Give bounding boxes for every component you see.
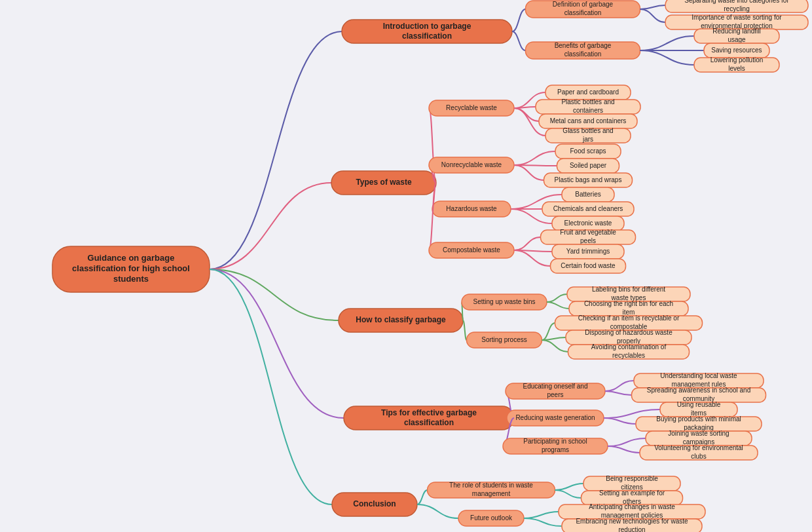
svg-text:Joining waste sorting: Joining waste sorting [668, 430, 729, 437]
svg-text:Introduction to garbage: Introduction to garbage [383, 22, 471, 31]
svg-text:Metal cans and containers: Metal cans and containers [550, 117, 627, 124]
svg-text:Compostable waste: Compostable waste [443, 246, 500, 254]
svg-text:Tips for effective garbage: Tips for effective garbage [381, 408, 477, 417]
svg-text:Reducing landfill: Reducing landfill [712, 28, 760, 35]
svg-text:classification: classification [564, 9, 602, 16]
svg-text:Glass bottles and: Glass bottles and [563, 127, 613, 134]
svg-text:Separating waste into categori: Separating waste into categories for [684, 0, 789, 4]
svg-text:jars: jars [582, 136, 593, 143]
svg-text:usage: usage [728, 36, 746, 43]
svg-text:Reducing waste generation: Reducing waste generation [515, 414, 595, 421]
svg-text:programs: programs [542, 446, 569, 453]
svg-text:students: students [113, 274, 149, 284]
svg-text:Spreading awareness in school : Spreading awareness in school and [647, 387, 750, 394]
svg-text:Embracing new technologies for: Embracing new technologies for waste [576, 518, 688, 525]
svg-text:Nonrecyclable waste: Nonrecyclable waste [441, 161, 502, 168]
svg-text:recycling: recycling [724, 5, 749, 12]
svg-text:Setting up waste bins: Setting up waste bins [473, 298, 535, 305]
svg-text:How to classify garbage: How to classify garbage [356, 315, 446, 324]
svg-text:Plastic bags and wraps: Plastic bags and wraps [555, 176, 622, 183]
svg-text:Lowering pollution: Lowering pollution [710, 56, 764, 64]
svg-text:The role of students in waste: The role of students in waste [449, 482, 533, 489]
svg-text:clubs: clubs [691, 453, 706, 460]
svg-text:Volunteering for environmental: Volunteering for environmental [654, 444, 743, 451]
svg-text:levels: levels [728, 65, 745, 72]
svg-text:management: management [472, 490, 511, 497]
svg-text:Checking if an item is recycla: Checking if an item is recyclable or [578, 314, 680, 322]
svg-text:Fruit and vegetable: Fruit and vegetable [560, 229, 616, 236]
svg-text:peels: peels [580, 237, 596, 244]
svg-text:Using reusable: Using reusable [677, 401, 721, 408]
svg-text:Sorting process: Sorting process [481, 336, 526, 343]
svg-text:Participating in school: Participating in school [523, 438, 587, 445]
svg-text:Anticipating changes in waste: Anticipating changes in waste [589, 503, 675, 510]
svg-text:Plastic bottles and: Plastic bottles and [561, 98, 614, 105]
svg-text:Paper and cardboard: Paper and cardboard [557, 88, 619, 96]
svg-text:Labeling bins for different: Labeling bins for different [592, 286, 665, 293]
svg-text:Educating oneself and: Educating oneself and [523, 383, 588, 390]
svg-text:classification for high school: classification for high school [72, 263, 190, 273]
svg-text:Guidance on garbage: Guidance on garbage [88, 253, 175, 263]
svg-text:Conclusion: Conclusion [353, 499, 396, 508]
svg-text:Food scraps: Food scraps [570, 147, 606, 155]
svg-text:recyclables: recyclables [612, 352, 645, 359]
svg-text:Soiled paper: Soiled paper [570, 162, 607, 169]
svg-text:Yard trimmings: Yard trimmings [566, 248, 610, 255]
svg-text:Importance of waste sorting fo: Importance of waste sorting for [692, 14, 782, 21]
svg-text:Choosing the right bin for eac: Choosing the right bin for each [584, 300, 673, 307]
svg-text:Definition of garbage: Definition of garbage [553, 1, 614, 8]
svg-text:Benefits of garbage: Benefits of garbage [555, 42, 612, 49]
svg-text:Understanding local waste: Understanding local waste [660, 372, 737, 379]
svg-text:Disposing of hazardous waste: Disposing of hazardous waste [585, 329, 673, 336]
svg-text:Chemicals and cleaners: Chemicals and cleaners [553, 205, 623, 212]
svg-text:Certain food waste: Certain food waste [561, 262, 616, 269]
svg-text:Types of waste: Types of waste [356, 178, 411, 187]
svg-text:Future outlook: Future outlook [470, 514, 513, 522]
svg-text:Saving resources: Saving resources [711, 47, 762, 54]
svg-text:reduction: reduction [618, 526, 645, 532]
svg-text:classification: classification [404, 418, 454, 427]
svg-text:Electronic waste: Electronic waste [564, 219, 612, 227]
svg-text:Hazardous waste: Hazardous waste [446, 205, 497, 212]
svg-text:Batteries: Batteries [575, 191, 600, 198]
mindmap: Guidance on garbageclassification for hi… [0, 0, 812, 532]
svg-text:containers: containers [573, 107, 603, 114]
svg-text:Setting an example for: Setting an example for [599, 489, 665, 497]
svg-text:classification: classification [564, 50, 602, 58]
svg-text:Buying products with minimal: Buying products with minimal [656, 415, 741, 423]
svg-text:classification: classification [402, 31, 452, 41]
svg-text:peers: peers [547, 391, 563, 398]
svg-text:Avoiding contamination of: Avoiding contamination of [591, 343, 667, 351]
svg-text:Being responsible: Being responsible [606, 475, 658, 482]
svg-text:Recyclable waste: Recyclable waste [446, 104, 497, 111]
